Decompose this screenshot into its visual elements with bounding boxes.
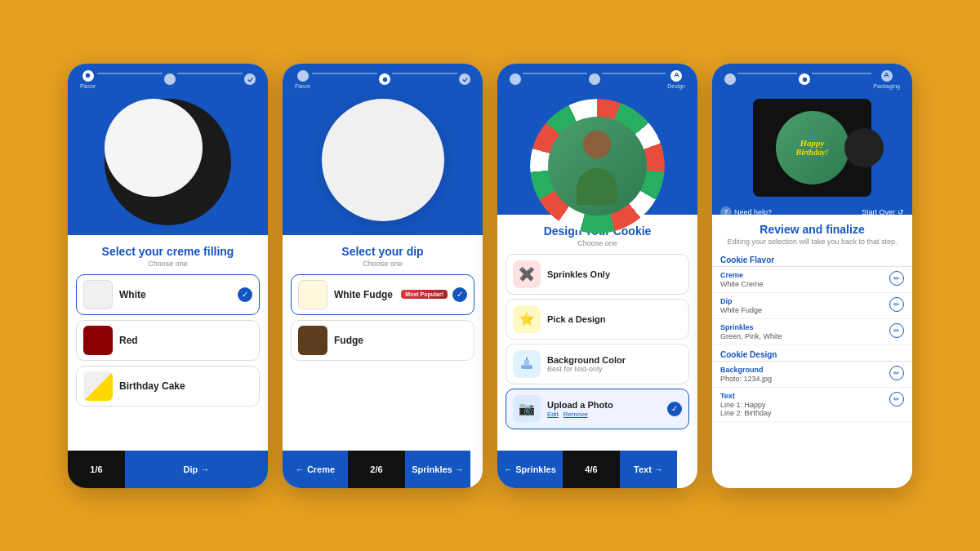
step-progress-2: Flavor — [283, 64, 483, 99]
step4-circle-1 — [724, 73, 736, 85]
nav-bar-3: ← Sprinkles 4/6 Text → — [497, 451, 697, 488]
step2-1: Flavor — [295, 70, 310, 89]
bg-color-icon-box — [513, 350, 541, 378]
start-over-4[interactable]: Start Over ↺ — [862, 208, 904, 216]
step4-3: Packaging — [873, 70, 900, 89]
edit-link[interactable]: Edit — [547, 411, 559, 418]
start-over-3[interactable]: Start Over ↺ — [647, 245, 689, 253]
help-bar-4: ? Need help? Start Over ↺ — [712, 203, 912, 221]
option-birthday[interactable]: Birthday Cake — [76, 366, 260, 407]
step-circle-1 — [82, 70, 94, 82]
step4-connector-1 — [737, 73, 797, 74]
review-label-sprinkles: Sprinkles — [720, 323, 782, 331]
step2-label-1: Flavor — [295, 83, 310, 89]
nav-next-2[interactable]: Sprinkles → — [405, 451, 470, 488]
option-pick-design[interactable]: ⭐ Pick a Design — [506, 299, 689, 340]
option-red[interactable]: Red — [76, 320, 260, 361]
nav-step-1: 1/6 — [68, 451, 125, 488]
step3-2 — [589, 73, 600, 85]
edit-sprinkles-btn[interactable]: ✏ — [889, 323, 904, 338]
step2-circle-1 — [297, 70, 309, 82]
step-2 — [164, 73, 176, 85]
dip-option-list: White Fudge Most Popular! ✓ Fudge — [283, 274, 483, 361]
review-row-sprinkles: Sprinkles Green, Pink, White ✏ — [712, 319, 912, 345]
step2-circle-2 — [379, 73, 390, 85]
screen1-image-area: Flavor — [68, 64, 268, 235]
screen2-content: Select your dip Choose one White Fudge M… — [283, 235, 483, 451]
upload-photo-icon-box: 📷 — [513, 395, 541, 423]
review-label-dip: Dip — [720, 297, 762, 305]
nav-prev-2[interactable]: ← Creme — [283, 451, 348, 488]
person-photo — [558, 127, 637, 206]
swatch-white-fudge — [298, 280, 327, 309]
cookie-photo — [548, 117, 647, 216]
screen4-image-area: Packaging Happy Birthday! ? Need help? — [712, 64, 912, 215]
step-circle-2 — [164, 73, 176, 85]
option-label-white-fudge: White Fudge — [334, 289, 393, 300]
nav-bar-1: 1/6 Dip → — [68, 451, 268, 488]
step4-1 — [724, 73, 736, 85]
pick-design-icon-box: ⭐ — [513, 305, 541, 333]
nav-next-1[interactable]: Dip → — [125, 451, 268, 488]
step3-circle-1 — [510, 73, 521, 85]
nav-step-2: 2/6 — [348, 451, 405, 488]
screen-dip: Flavor Select — [283, 64, 483, 488]
option-white[interactable]: White ✓ — [76, 274, 260, 315]
step-circle-3 — [244, 73, 256, 85]
edit-creme-btn[interactable]: ✏ — [889, 271, 904, 286]
nav-prev-3[interactable]: ← Sprinkles — [497, 451, 563, 488]
swatch-white — [83, 280, 113, 309]
step3-3: Design — [667, 70, 685, 89]
option-upload-photo[interactable]: 📷 Upload a Photo Edit Remove ✓ — [506, 389, 689, 429]
design-option-list: ✖️ Sprinkles Only ⭐ Pick a Design — [497, 254, 697, 429]
review-label-creme: Creme — [720, 271, 764, 279]
step-progress-1: Flavor — [68, 64, 268, 99]
upload-photo-label: Upload a Photo — [547, 400, 613, 410]
nav-next-3[interactable]: Text → — [620, 451, 677, 488]
option-white-fudge[interactable]: White Fudge Most Popular! ✓ — [291, 274, 474, 315]
section-cookie-flavor: Cookie Flavor — [712, 251, 912, 267]
pkg-cookie-main: Happy Birthday! — [776, 111, 849, 184]
step4-connector-2 — [812, 73, 871, 74]
edit-background-btn[interactable]: ✏ — [889, 366, 904, 380]
step2-circle-3 — [459, 73, 470, 85]
check-white-fudge: ✓ — [452, 287, 467, 302]
nav-bar-2: ← Creme 2/6 Sprinkles → — [283, 451, 483, 488]
nav-step-3: 4/6 — [563, 451, 620, 488]
step3-label: Design — [667, 83, 685, 89]
edit-text-btn[interactable]: ✏ — [889, 392, 904, 407]
cookie-dip-2 — [322, 99, 444, 221]
step-3 — [244, 73, 256, 85]
screen1-content: Select your creme filling Choose one Whi… — [68, 235, 268, 451]
option-bg-color[interactable]: Background Color Best for text-only — [506, 344, 689, 384]
screen4-content: Review and finalize Editing your selecti… — [712, 215, 912, 488]
step4-circle-2 — [799, 73, 810, 85]
step4-label: Packaging — [873, 83, 900, 89]
help-text-4[interactable]: ? Need help? — [720, 207, 772, 218]
refresh-icon-3: ↺ — [683, 245, 689, 253]
help-text-3[interactable]: ? Need help? — [506, 243, 557, 255]
cookie-display-1 — [68, 99, 268, 232]
review-row-text: Text Line 1: Happy Line 2: Birthday ✏ — [712, 388, 912, 422]
option-label-white: White — [119, 289, 146, 300]
swatch-birthday — [83, 371, 113, 401]
screen2-title: Select your dip — [283, 235, 483, 260]
creme-option-list: White ✓ Red Birthday Cake — [68, 274, 268, 407]
step2-2 — [379, 73, 390, 85]
option-sprinkles-only[interactable]: ✖️ Sprinkles Only — [506, 254, 689, 295]
bg-color-label: Background Color — [547, 355, 626, 365]
edit-dip-btn[interactable]: ✏ — [889, 297, 904, 312]
option-label-birthday: Birthday Cake — [119, 380, 185, 392]
option-label-fudge: Fudge — [334, 335, 363, 346]
screen1-subtitle: Choose one — [68, 260, 268, 268]
bg-color-sub: Best for text-only — [547, 365, 626, 373]
option-fudge[interactable]: Fudge — [291, 320, 474, 361]
step2-connector-1 — [312, 73, 377, 74]
person-head — [583, 131, 611, 158]
cookie-display-2 — [283, 99, 483, 228]
pkg-cookie-side — [844, 128, 884, 167]
review-value-sprinkles: Green, Pink, White — [720, 332, 782, 340]
step2-3 — [459, 73, 470, 85]
sprinkles-icon-box: ✖️ — [513, 260, 541, 288]
remove-link[interactable]: Remove — [564, 411, 588, 418]
